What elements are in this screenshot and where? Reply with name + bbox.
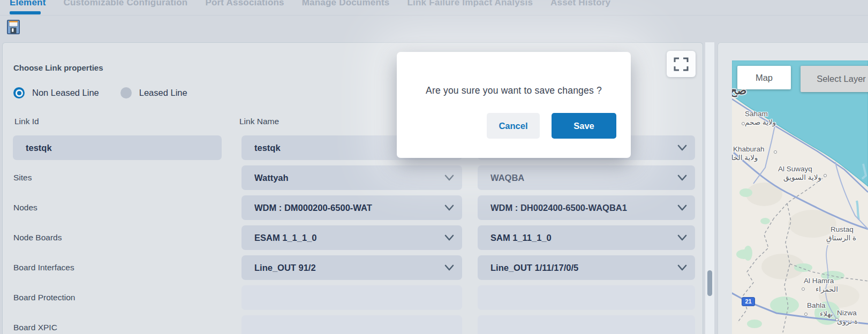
map-view[interactable]: Map Select Layer صح Saham ولاية صحم Khab… [732,60,868,334]
chevron-down-icon [677,173,688,182]
tab-port-associations[interactable]: Port Associations [205,0,284,12]
chevron-down-icon [444,173,455,182]
map-label-en: Nizwa [837,309,857,317]
map-label-ar: ة الرستاق [826,233,856,242]
board-interfaces-dropdown-a[interactable]: Line_OUT 91/2 [241,255,462,280]
dialog-buttons: Cancel Save [487,113,616,139]
tab-link-failure-impact-analysis[interactable]: Link Failure Impact Analysis [407,0,533,12]
fullscreen-icon [674,57,689,71]
save-icon[interactable] [7,20,20,34]
town-marker-khaburah [774,150,777,154]
map-label-en: Rustaq [826,225,854,233]
town-marker-al-suwayq [824,174,827,177]
nodes-dropdown-b[interactable]: WDM : DH002400-6500-WAQBA1 [478,195,695,220]
radio-leased-line[interactable] [120,87,132,98]
map-label-ar: الحمراء [804,285,838,293]
nodes-value-a: WDM : DM000200-6500-WAT [254,203,372,212]
tab-bar: Element Customizable Configuration Port … [0,0,868,16]
map-graphic [732,60,868,334]
row-label-board-interfaces: Board Interfaces [13,255,74,280]
map-label-nizwa: Nizwa ة نزوى [837,309,858,325]
tab-manage-documents[interactable]: Manage Documents [302,0,390,12]
node-boards-value-a: ESAM 1_1_1_0 [254,233,317,242]
map-label-en: Khaburah [732,145,765,153]
toolbar [0,16,868,42]
route-badge-21: 21 [742,297,755,306]
board-protection-field-b[interactable] [478,285,695,310]
map-label-al-suwayq: Al Suwayq ولاية السويق [778,165,821,181]
map-label-ar: ولاية السويق [778,173,821,181]
row-label-nodes: Nodes [13,195,37,220]
node-boards-dropdown-a[interactable]: ESAM 1_1_1_0 [241,225,462,250]
chevron-down-icon [677,263,688,272]
board-xpic-field-b[interactable] [478,315,695,334]
chevron-down-icon [677,143,688,152]
tab-customizable-configuration[interactable]: Customizable Configuration [64,0,188,12]
save-button[interactable]: Save [552,113,616,139]
vertical-scrollbar[interactable] [705,42,714,334]
node-boards-value-b: SAM 1_11_1_0 [490,233,552,242]
map-label-khaburah: Khaburah ولاية الخابو [732,145,765,162]
select-layer-button[interactable]: Select Layer [801,66,868,92]
chevron-down-icon [444,263,455,272]
tab-asset-history[interactable]: Asset History [550,0,610,12]
sites-dropdown-b[interactable]: WAQBA [478,165,695,190]
board-interfaces-value-b: Line_OUT 1/11/17/0/5 [490,263,578,272]
map-label-ar: ولاية الخابو [732,153,765,162]
map-label-saham: Saham ولاية صحم [745,110,776,126]
map-label-en: Bahla [807,301,826,309]
nodes-value-b: WDM : DH002400-6500-WAQBA1 [490,203,627,212]
nodes-dropdown-a[interactable]: WDM : DM000200-6500-WAT [241,195,462,220]
board-interfaces-value-a: Line_OUT 91/2 [254,263,316,272]
map-label-en: Saham [745,110,768,118]
map-label-rustaq: Rustaq ة الرستاق [826,225,856,242]
link-id-label: Link Id [14,117,39,126]
sites-dropdown-a[interactable]: Wattyah [241,165,462,190]
map-label-ar: ة نزوى [837,317,858,325]
chevron-down-icon [677,233,688,242]
sites-value-b: WAQBA [490,173,524,183]
scrollbar-thumb[interactable] [707,270,712,296]
sites-value-a: Wattyah [254,173,289,183]
dialog-message: Are you sure you want to save changes ? [397,85,631,96]
chevron-down-icon [444,233,455,242]
map-label-ar: ولاية صحم [745,118,776,126]
link-id-input[interactable]: testqk [13,135,222,160]
map-label-ar: بهلاء [807,309,833,318]
section-title: Choose Link properties [13,63,103,72]
map-type-button[interactable]: Map [737,66,791,89]
radio-label-leased: Leased Line [139,88,187,98]
chevron-down-icon [677,203,688,212]
link-name-label: Link Name [239,117,279,126]
chevron-down-icon [444,203,455,212]
row-label-board-protection: Board Protection [13,285,75,310]
row-label-node-boards: Node Boards [13,225,62,250]
cancel-button[interactable]: Cancel [487,113,540,139]
board-interfaces-dropdown-b[interactable]: Line_OUT 1/11/17/0/5 [478,255,695,280]
map-label-bahla: Bahla بهلاء [807,301,833,318]
save-confirmation-dialog: Are you sure you want to save changes ? … [397,52,631,158]
radio-non-leased-line[interactable] [13,87,25,98]
tab-element[interactable]: Element [10,0,46,12]
board-protection-field-a[interactable] [241,285,462,310]
row-label-sites: Sites [13,165,32,190]
link-type-radio-group: Non Leased Line Leased Line [13,87,201,98]
map-label-al-hamra: Al Hamra الحمراء [804,277,838,293]
board-xpic-field-a[interactable] [241,315,462,334]
node-boards-dropdown-b[interactable]: SAM 1_11_1_0 [478,225,695,250]
radio-label-non-leased: Non Leased Line [32,88,99,98]
active-tab-underline [10,11,41,14]
map-label-en: Al Suwayq [778,165,812,173]
map-label-en: Al Hamra [804,277,834,285]
fullscreen-button[interactable] [667,51,696,77]
row-label-board-xpic: Board XPIC [13,315,57,334]
